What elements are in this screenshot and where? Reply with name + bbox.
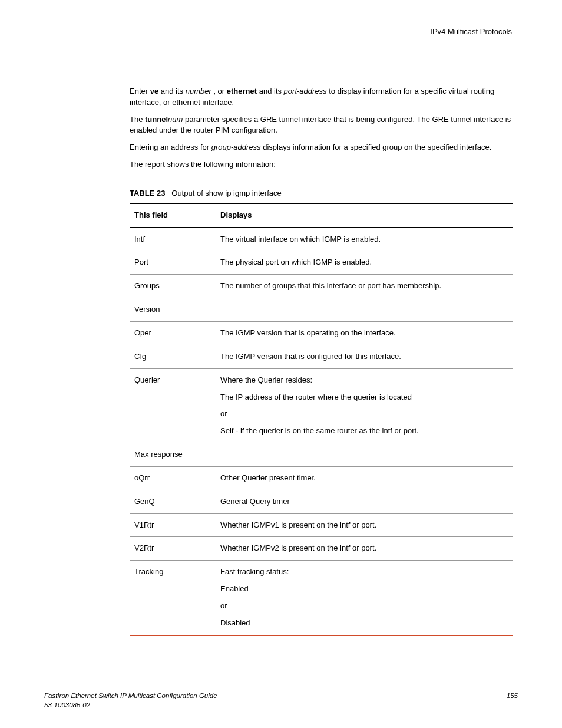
paragraph-3: Entering an address for group-address di… bbox=[130, 142, 513, 153]
cell-field: Max response bbox=[130, 443, 216, 467]
table-row: V2RtrWhether IGMPv2 is present on the in… bbox=[130, 537, 513, 561]
table-row: GroupsThe number of groups that this int… bbox=[130, 275, 513, 298]
table-caption-label: TABLE 23 bbox=[130, 189, 165, 197]
footer-doc-number: 53-1003085-02 bbox=[44, 701, 90, 709]
cell-line: The IP address of the router where the q… bbox=[220, 392, 508, 403]
text: The bbox=[130, 115, 145, 124]
table-row: PortThe physical port on which IGMP is e… bbox=[130, 251, 513, 275]
text: , or bbox=[211, 87, 227, 95]
text: Entering an address for bbox=[130, 143, 211, 151]
cell-displays: Whether IGMPv1 is present on the intf or… bbox=[216, 513, 513, 537]
body-content: Enter ve and its number , or ethernet an… bbox=[130, 86, 513, 636]
paragraph-4: The report shows the following informati… bbox=[130, 159, 513, 170]
text: and its bbox=[158, 87, 186, 95]
arg-num: num bbox=[168, 115, 183, 124]
output-table: This field Displays IntfThe virtual inte… bbox=[130, 203, 513, 636]
cell-field: Cfg bbox=[130, 345, 216, 368]
paragraph-1: Enter ve and its number , or ethernet an… bbox=[130, 86, 513, 108]
cell-displays: The IGMP version that is configured for … bbox=[216, 345, 513, 368]
cell-displays: General Query timer bbox=[216, 490, 513, 513]
table-row: V1RtrWhether IGMPv1 is present on the in… bbox=[130, 513, 513, 537]
table-row: IntfThe virtual interface on which IGMP … bbox=[130, 228, 513, 251]
cell-displays: The physical port on which IGMP is enabl… bbox=[216, 251, 513, 275]
table-row: QuerierWhere the Querier resides:The IP … bbox=[130, 368, 513, 443]
cell-line: or bbox=[220, 409, 508, 420]
cell-field: oQrr bbox=[130, 466, 216, 490]
table-header-row: This field Displays bbox=[130, 203, 513, 228]
cell-displays bbox=[216, 443, 513, 467]
cmd-ethernet: ethernet bbox=[227, 87, 257, 95]
table-row: GenQGeneral Query timer bbox=[130, 490, 513, 513]
footer-guide-title: FastIron Ethernet Switch IP Multicast Co… bbox=[44, 692, 217, 699]
text: Enter bbox=[130, 87, 150, 95]
cell-field: V1Rtr bbox=[130, 513, 216, 537]
text: parameter specifies a GRE tunnel interfa… bbox=[130, 115, 511, 135]
cell-field: Version bbox=[130, 298, 216, 322]
table-caption: TABLE 23 Output of show ip igmp interfac… bbox=[130, 188, 513, 199]
cell-displays: The IGMP version that is operating on th… bbox=[216, 321, 513, 345]
arg-group-address: group-address bbox=[211, 143, 261, 151]
cell-displays: Fast tracking status:EnabledorDisabled bbox=[216, 561, 513, 635]
page-footer: FastIron Ethernet Switch IP Multicast Co… bbox=[44, 691, 518, 710]
paragraph-2: The tunnelnum parameter specifies a GRE … bbox=[130, 114, 513, 137]
cell-displays: The virtual interface on which IGMP is e… bbox=[216, 228, 513, 251]
cell-line: Enabled bbox=[220, 584, 508, 595]
document-page: IPv4 Multicast Protocols Enter ve and it… bbox=[0, 0, 562, 728]
cell-displays bbox=[216, 298, 513, 322]
cell-displays: The number of groups that this interface… bbox=[216, 275, 513, 298]
cell-line: or bbox=[220, 601, 508, 612]
table-body: IntfThe virtual interface on which IGMP … bbox=[130, 228, 513, 635]
table-row: TrackingFast tracking status:EnabledorDi… bbox=[130, 561, 513, 635]
col-header-displays: Displays bbox=[216, 203, 513, 228]
col-header-field: This field bbox=[130, 203, 216, 228]
cmd-ve: ve bbox=[150, 87, 158, 95]
cell-field: Oper bbox=[130, 321, 216, 345]
cell-field: V2Rtr bbox=[130, 537, 216, 561]
cell-field: Port bbox=[130, 251, 216, 275]
cell-line: Fast tracking status: bbox=[220, 566, 508, 578]
table-caption-text: Output of show ip igmp interface bbox=[171, 189, 281, 197]
arg-port-address: port-address bbox=[284, 87, 327, 95]
page-header-title: IPv4 Multicast Protocols bbox=[44, 27, 518, 38]
text: and its bbox=[257, 87, 284, 95]
table-row: OperThe IGMP version that is operating o… bbox=[130, 321, 513, 345]
table-row: oQrrOther Querier present timer. bbox=[130, 466, 513, 490]
text: displays information for a specified gro… bbox=[261, 143, 492, 151]
cell-displays: Other Querier present timer. bbox=[216, 466, 513, 490]
cell-field: Groups bbox=[130, 275, 216, 298]
arg-number: number bbox=[186, 87, 211, 95]
footer-left: FastIron Ethernet Switch IP Multicast Co… bbox=[44, 691, 217, 710]
cmd-tunnel: tunnel bbox=[145, 115, 168, 124]
cell-field: Tracking bbox=[130, 561, 216, 635]
cell-displays: Whether IGMPv2 is present on the intf or… bbox=[216, 537, 513, 561]
cell-line: Where the Querier resides: bbox=[220, 375, 508, 386]
table-row: CfgThe IGMP version that is configured f… bbox=[130, 345, 513, 368]
cell-field: Intf bbox=[130, 228, 216, 251]
cell-line: Disabled bbox=[220, 618, 508, 629]
cell-field: Querier bbox=[130, 368, 216, 443]
cell-line: Self - if the querier is on the same rou… bbox=[220, 426, 508, 437]
cell-displays: Where the Querier resides:The IP address… bbox=[216, 368, 513, 443]
footer-page-number: 155 bbox=[507, 691, 518, 701]
table-row: Max response bbox=[130, 443, 513, 467]
table-row: Version bbox=[130, 298, 513, 322]
cell-field: GenQ bbox=[130, 490, 216, 513]
